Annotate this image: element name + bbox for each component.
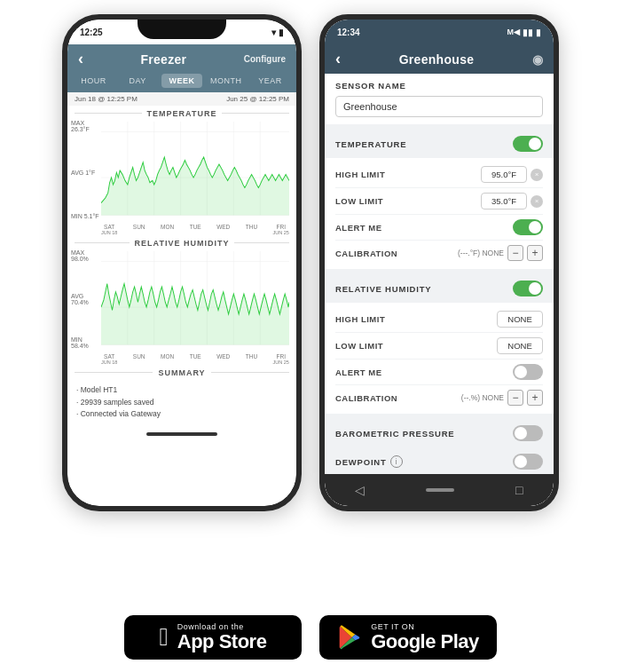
temp-x-labels: SATJUN 18 SUN MON TUE WED THU FRIJUN 25 — [101, 224, 289, 235]
tab-week[interactable]: WEEK — [161, 74, 203, 88]
right-phone: 12:34 M◀ ▮▮ ▮ ‹ Greenhouse ◉ SENSOR NAME — [319, 14, 559, 511]
tab-day[interactable]: DAY — [117, 74, 159, 88]
temp-chart-title: TEMPERATURE — [67, 106, 296, 120]
tab-hour[interactable]: HOUR — [73, 74, 114, 88]
hum-calib-value-row: (--.%) NONE − + — [461, 390, 543, 406]
google-play-text: GET IT ON Google Play — [371, 622, 479, 652]
left-status-icons: ▾ ▮ — [271, 28, 284, 37]
humidity-section: RELATIVE HUMIDITY HIGH LIMIT NONE LOW LI… — [325, 274, 554, 414]
hum-high-limit-value: NONE — [497, 311, 543, 328]
home-indicator-right — [426, 488, 454, 492]
low-limit-box[interactable]: 35.0°F — [481, 193, 527, 210]
baro-toggle[interactable] — [513, 425, 543, 441]
summary-item-2: · Connected via Gateway — [76, 408, 287, 421]
dewpoint-info-icon[interactable]: i — [390, 455, 403, 468]
right-wifi-icon: M◀ — [507, 28, 521, 36]
hum-high-limit-box[interactable]: NONE — [497, 311, 543, 328]
tab-month[interactable]: MONTH — [205, 74, 247, 88]
x-mon: MON — [161, 224, 174, 235]
hum-alert-toggle[interactable] — [513, 364, 543, 380]
battery-icon: ▮ — [279, 28, 284, 37]
high-limit-clear[interactable]: × — [531, 169, 543, 181]
left-screen: 12:25 ▾ ▮ ‹ Freezer Configure HOUR DAY W… — [67, 20, 296, 506]
high-limit-value: 95.0°F × — [481, 166, 543, 183]
right-back-button[interactable]: ‹ — [335, 50, 341, 68]
left-header-title: Freezer — [140, 52, 186, 67]
left-back-button[interactable]: ‹ — [78, 50, 83, 68]
alert-me-toggle[interactable] — [513, 219, 543, 235]
time-tabs: HOUR DAY WEEK MONTH YEAR — [67, 74, 296, 92]
summary-items: · Model HT1 · 29939 samples saved · Conn… — [67, 379, 296, 426]
summary-title: SUMMARY — [67, 365, 296, 379]
hum-high-limit-label: HIGH LIMIT — [335, 314, 385, 324]
wifi-icon: ▾ — [271, 28, 276, 37]
right-header: ‹ Greenhouse ◉ — [325, 44, 554, 74]
hum-calib-value: (--.%) NONE — [461, 393, 504, 402]
calibration-value: (---.°F) NONE — [458, 249, 504, 257]
google-play-badge[interactable]: GET IT ON Google Play — [319, 615, 497, 660]
x-wed: WED — [216, 224, 230, 235]
temp-max-label: MAX 26.3°F — [71, 120, 101, 132]
right-status-bar: 12:34 M◀ ▮▮ ▮ — [325, 20, 554, 44]
temperature-toggle[interactable] — [513, 136, 543, 152]
left-home-indicator — [67, 426, 296, 442]
right-status-icons: M◀ ▮▮ ▮ — [507, 28, 542, 37]
humidity-settings: HIGH LIMIT NONE LOW LIMIT NONE — [325, 303, 554, 414]
temperature-section: TEMPERATURE HIGH LIMIT 95.0°F × LOW — [325, 130, 554, 269]
summary-item-1: · 29939 samples saved — [76, 397, 287, 409]
right-time: 12:34 — [337, 28, 360, 37]
hum-calib-minus[interactable]: − — [507, 390, 523, 406]
hum-calib-plus[interactable]: + — [527, 390, 543, 406]
low-limit-clear[interactable]: × — [531, 195, 543, 208]
calibration-plus[interactable]: + — [527, 245, 543, 261]
x-thu: THU — [246, 224, 257, 235]
phones-container: 12:25 ▾ ▮ ‹ Freezer Configure HOUR DAY W… — [48, 0, 573, 606]
humidity-chart-area: MAX 98.0% AVG 70.4% MIN 58.4% — [67, 249, 296, 365]
high-limit-label: HIGH LIMIT — [335, 170, 385, 179]
google-play-icon — [337, 625, 362, 650]
app-store-main: App Store — [177, 631, 267, 652]
temp-svg-chart — [101, 122, 289, 233]
nav-recents-icon[interactable]: □ — [515, 483, 523, 497]
nav-back-icon[interactable]: ◁ — [355, 483, 365, 497]
tab-year[interactable]: YEAR — [249, 74, 291, 88]
calibration-minus[interactable]: − — [507, 245, 523, 261]
date-end: Jun 25 @ 12:25 PM — [226, 95, 289, 103]
humidity-y-labels: MAX 98.0% AVG 70.4% MIN 58.4% — [71, 249, 101, 349]
humidity-chart-title: RELATIVE HUMIDITY — [67, 235, 296, 249]
hum-low-limit-label: LOW LIMIT — [335, 341, 383, 351]
app-store-badge[interactable]:  Download on the App Store — [124, 615, 302, 660]
high-limit-box[interactable]: 95.0°F — [481, 166, 527, 183]
humidity-min-label: MIN 58.4% — [71, 336, 101, 349]
sensor-name-input[interactable] — [335, 96, 543, 117]
date-range: Jun 18 @ 12:25 PM Jun 25 @ 12:25 PM — [67, 92, 296, 106]
x-tue: TUE — [190, 224, 201, 235]
google-play-main: Google Play — [371, 631, 479, 652]
right-eye-icon[interactable]: ◉ — [532, 52, 543, 67]
low-limit-label: LOW LIMIT — [335, 196, 383, 206]
alert-me-label: ALERT ME — [335, 223, 382, 233]
right-signal-icon: ▮▮ — [523, 28, 533, 37]
config-content: SENSOR NAME TEMPERATURE HIGH LIMIT 95.0°… — [325, 74, 554, 474]
calibration-value-row: (---.°F) NONE − + — [458, 245, 543, 261]
hum-low-limit-value: NONE — [497, 337, 543, 354]
configure-button[interactable]: Configure — [244, 54, 286, 64]
hum-low-limit-box[interactable]: NONE — [497, 337, 543, 354]
calibration-label: CALIBRATION — [335, 249, 397, 258]
temperature-label: TEMPERATURE — [335, 139, 406, 149]
right-header-title: Greenhouse — [399, 52, 475, 67]
store-badges:  Download on the App Store GET IT ON Go… — [0, 606, 621, 672]
svg-marker-19 — [101, 284, 289, 345]
dewpoint-toggle[interactable] — [513, 454, 543, 470]
hum-low-limit-row: LOW LIMIT NONE — [335, 333, 543, 360]
sensor-name-section: SENSOR NAME — [325, 74, 554, 124]
humidity-toggle[interactable] — [513, 281, 543, 296]
apple-icon:  — [160, 623, 169, 652]
hum-alert-label: ALERT ME — [335, 368, 382, 377]
baro-row: BAROMETRIC PRESSURE — [325, 419, 554, 447]
left-time: 12:25 — [80, 28, 103, 37]
calibration-stepper: − + — [507, 245, 543, 261]
x-fri: FRIJUN 25 — [273, 224, 289, 235]
baro-label: BAROMETRIC PRESSURE — [335, 429, 455, 439]
x-sat: SATJUN 18 — [101, 224, 117, 235]
